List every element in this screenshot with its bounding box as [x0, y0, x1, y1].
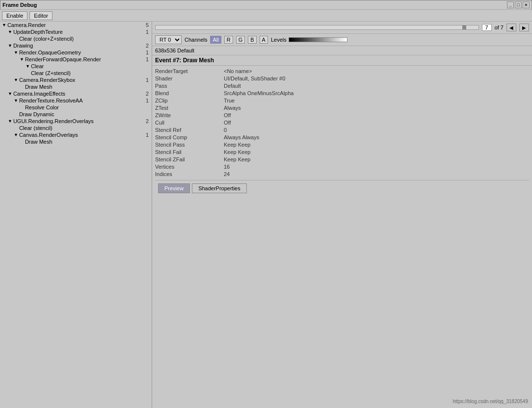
tree-item-label: Canvas.RenderOverlays — [19, 132, 78, 138]
property-label: ZTest — [155, 105, 224, 111]
property-row: Vertices16 — [155, 163, 529, 171]
preview-button[interactable]: Preview — [158, 183, 190, 193]
event-title-text: Event #7: Draw Mesh — [155, 57, 214, 64]
property-value: SrcAlpha OneMinusSrcAlpha — [224, 90, 293, 96]
resolution-row: 638x536 Default — [152, 46, 532, 55]
levels-bar — [289, 37, 347, 42]
tree-item-label: Camera.RenderSkybox — [19, 77, 75, 83]
minimize-button[interactable]: _ — [507, 1, 514, 8]
tree-item[interactable]: ▼UpdateDepthTexture1 — [0, 28, 152, 35]
property-value: True — [224, 98, 235, 103]
tree-item[interactable]: ▼Draw Mesh — [0, 83, 152, 90]
tree-item[interactable]: ▼Resolve Color — [0, 104, 152, 111]
property-label: Stencil Pass — [155, 142, 224, 148]
property-label: Stencil Comp — [155, 134, 224, 140]
shader-properties-button[interactable]: ShaderProperties — [192, 183, 247, 193]
tree-item-label: RenderTexture.ResolveAA — [19, 98, 83, 103]
property-label: Stencil ZFail — [155, 156, 224, 162]
tree-item[interactable]: ▼Camera.Render5 — [0, 22, 152, 28]
property-row: Stencil PassKeep Keep — [155, 141, 529, 149]
tree-item-label: UpdateDepthTexture — [13, 29, 63, 35]
tree-item-label: Camera.ImageEffects — [13, 91, 65, 97]
property-label: RenderTarget — [155, 68, 224, 74]
tree-item-count: 1 — [142, 132, 152, 138]
frame-slider-thumb[interactable] — [462, 26, 466, 29]
property-label: Cull — [155, 120, 224, 126]
tree-item-count: 2 — [142, 43, 152, 49]
channel-a-button[interactable]: A — [260, 36, 268, 44]
channel-r-button[interactable]: R — [224, 36, 233, 44]
tree-item[interactable]: ▼Clear — [0, 63, 152, 70]
property-value: Off — [224, 112, 231, 118]
tree-item[interactable]: ▼Draw Mesh — [0, 138, 152, 145]
property-row: BlendSrcAlpha OneMinusSrcAlpha — [155, 90, 529, 97]
toolbar: Enable Editor — [0, 10, 532, 22]
tree-item-label: Draw Dynamic — [19, 111, 54, 117]
tree-item-count: 1 — [142, 77, 152, 83]
property-row: Stencil Ref0 — [155, 127, 529, 134]
property-value: UI/Default, SubShader #0 — [224, 76, 285, 81]
property-row: PassDefault — [155, 82, 529, 90]
tree-item[interactable]: ▼Camera.RenderSkybox1 — [0, 76, 152, 83]
tree-arrow: ▼ — [14, 77, 18, 82]
prev-frame-button[interactable]: ◀ — [506, 24, 516, 31]
property-row: Stencil FailKeep Keep — [155, 149, 529, 156]
tree-arrow: ▼ — [8, 91, 12, 96]
tree-item-label: Drawing — [13, 43, 33, 49]
tree-item-count: 5 — [142, 22, 152, 28]
tree-item[interactable]: ▼Render.OpaqueGeometry1 — [0, 49, 152, 56]
close-button[interactable]: × — [523, 1, 530, 8]
tree-item[interactable]: ▼Clear (stencil) — [0, 125, 152, 131]
levels-container: Levels — [271, 37, 347, 43]
tree-arrow: ▼ — [14, 132, 18, 137]
tree-item[interactable]: ▼UGUI.Rendering.RenderOverlays2 — [0, 118, 152, 125]
resolution-text: 638x536 Default — [155, 48, 194, 53]
channel-g-button[interactable]: G — [236, 36, 245, 44]
title-bar-buttons: _ □ × — [507, 1, 530, 8]
tree-item[interactable]: ▼Draw Dynamic — [0, 111, 152, 118]
tree-arrow: ▼ — [8, 43, 12, 48]
rt-row: RT 0 Channels All R G B A Levels — [152, 34, 532, 46]
channel-b-button[interactable]: B — [248, 36, 256, 44]
editor-button[interactable]: Editor — [29, 11, 53, 20]
tree-item[interactable]: ▼Clear (color+Z+stencil) — [0, 35, 152, 42]
tree-item-count: 1 — [142, 50, 152, 55]
frame-slider-track[interactable] — [155, 25, 479, 30]
channel-all-button[interactable]: All — [210, 36, 221, 44]
tree-item-label: Clear (Z+stencil) — [31, 70, 71, 76]
property-value: Keep Keep — [224, 156, 250, 162]
tree-container: ▼Camera.Render5▼UpdateDepthTexture1▼Clea… — [0, 22, 152, 145]
frame-of-text: of 7 — [495, 25, 504, 30]
maximize-button[interactable]: □ — [515, 1, 522, 8]
tree-item-label: Resolve Color — [25, 104, 59, 110]
tree-item[interactable]: ▼Drawing2 — [0, 42, 152, 49]
enable-button[interactable]: Enable — [2, 11, 27, 20]
properties-container: RenderTarget<No name>ShaderUI/Default, S… — [155, 68, 529, 178]
property-value: 0 — [224, 127, 227, 133]
watermark: https://blog.csdn.net/qq_31820549 — [453, 399, 528, 404]
property-row: Indices24 — [155, 171, 529, 178]
property-value: Keep Keep — [224, 149, 250, 155]
rt-select[interactable]: RT 0 — [155, 35, 182, 44]
tree-item[interactable]: ▼Camera.ImageEffects2 — [0, 90, 152, 97]
property-label: ZWrite — [155, 112, 224, 118]
tree-item-label: Clear (stencil) — [19, 125, 53, 131]
tree-item-label: UGUI.Rendering.RenderOverlays — [13, 118, 94, 124]
tree-arrow: ▼ — [20, 57, 24, 62]
property-label: Pass — [155, 83, 224, 89]
tree-item[interactable]: ▼RenderTexture.ResolveAA1 — [0, 97, 152, 104]
frame-slider-container — [155, 25, 479, 30]
tree-item[interactable]: ▼Canvas.RenderOverlays1 — [0, 131, 152, 138]
next-frame-button[interactable]: ▶ — [519, 24, 529, 31]
tree-item-label: Camera.Render — [7, 22, 46, 28]
tree-item-count: 1 — [142, 29, 152, 35]
top-controls: 7 of 7 ◀ ▶ — [152, 22, 532, 34]
tree-item[interactable]: ▼Clear (Z+stencil) — [0, 70, 152, 76]
property-row: ZTestAlways — [155, 104, 529, 112]
tree-arrow: ▼ — [8, 119, 12, 124]
property-value: 24 — [224, 171, 230, 177]
property-row: RenderTarget<No name> — [155, 68, 529, 75]
tree-item[interactable]: ▼RenderForwardOpaque.Render1 — [0, 56, 152, 63]
property-row: ZClipTrue — [155, 97, 529, 104]
tree-arrow: ▼ — [8, 29, 12, 34]
